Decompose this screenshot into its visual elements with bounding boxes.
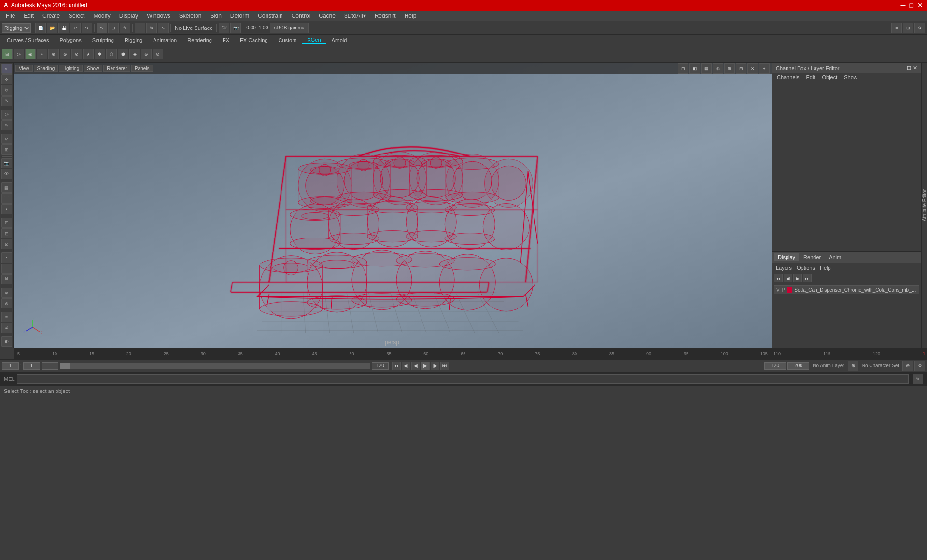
shelf-icon-3[interactable]: ◉ (25, 49, 36, 59)
minimize-button[interactable]: ─ (901, 1, 906, 9)
char-set-btn[interactable]: ⊕ (902, 361, 913, 371)
misc-tool-3[interactable]: ≡ (1, 312, 12, 322)
vp-icon-4[interactable]: ◎ (713, 63, 723, 74)
renderer-menu[interactable]: Renderer (103, 65, 130, 72)
command-input[interactable] (17, 374, 909, 384)
scale-tool-button[interactable]: ⤡ (158, 23, 169, 33)
show-menu[interactable]: Show (84, 65, 102, 72)
shelf-tab-animation[interactable]: Animation (148, 36, 182, 44)
vp-icon-1[interactable]: ⊡ (678, 63, 688, 74)
shelf-tab-curves[interactable]: Curves / Surfaces (2, 36, 54, 44)
rig-tool-1[interactable]: ⋮ (1, 252, 12, 263)
title-bar-controls[interactable]: ─ □ ✕ (901, 1, 923, 9)
menu-skeleton[interactable]: Skeleton (175, 12, 206, 20)
lighting-menu[interactable]: Lighting (59, 65, 83, 72)
redo-button[interactable]: ↪ (82, 23, 92, 33)
menu-edit[interactable]: Edit (20, 12, 38, 20)
shelf-icon-13[interactable]: ⊛ (141, 49, 152, 59)
shelf-icon-2[interactable]: ◎ (14, 49, 24, 59)
channels-menu[interactable]: Channels (774, 73, 802, 81)
display-tool-1[interactable]: ◐ (1, 336, 12, 347)
play-forward-button[interactable]: ▶ (421, 362, 430, 370)
camera-button[interactable]: 📷 (230, 23, 241, 33)
camera-tool[interactable]: 📷 (1, 158, 12, 168)
shelf-tab-xgen[interactable]: XGen (302, 36, 325, 44)
channel-box-toggle[interactable]: ≡ (891, 23, 902, 33)
panels-menu[interactable]: Panels (131, 65, 153, 72)
menu-constrain[interactable]: Constrain (254, 12, 286, 20)
maximize-button[interactable]: □ (910, 1, 913, 9)
layer-item-1[interactable]: V P Soda_Can_Dispenser_Chrome_with_Cola_… (774, 285, 919, 294)
workspace-selector[interactable]: Rigging (2, 23, 31, 33)
layer-nav-1[interactable]: ⏮ (774, 274, 783, 282)
attr-editor-side[interactable]: Attribute Editor (921, 63, 927, 348)
gamma-selector[interactable]: sRGB gamma (270, 23, 309, 33)
select-tool[interactable]: ↖ (1, 64, 12, 74)
open-file-button[interactable]: 📂 (47, 23, 57, 33)
shelf-icon-14[interactable]: ⊜ (153, 49, 163, 59)
shelf-tab-rendering[interactable]: Rendering (183, 36, 217, 44)
menu-help[interactable]: Help (401, 12, 421, 20)
undo-button[interactable]: ↩ (70, 23, 81, 33)
move-tool-button[interactable]: ✛ (135, 23, 145, 33)
shelf-tab-arnold[interactable]: Arnold (327, 36, 352, 44)
frame-display-input[interactable] (23, 362, 40, 370)
shelf-tab-rigging[interactable]: Rigging (120, 36, 147, 44)
layers-menu[interactable]: Layers (774, 265, 794, 271)
channel-box-float[interactable]: ⊡ (907, 65, 911, 71)
shelf-icon-10[interactable]: ⬡ (106, 49, 117, 59)
display-tab[interactable]: Display (774, 253, 799, 261)
edit-menu[interactable]: Edit (803, 73, 818, 81)
anim-tab[interactable]: Anim (825, 253, 845, 261)
shelf-icon-11[interactable]: ⬢ (118, 49, 128, 59)
go-end-button[interactable]: ⏭ (440, 362, 449, 370)
vp-icon-8[interactable]: + (759, 63, 770, 74)
menu-modify[interactable]: Modify (89, 12, 114, 20)
range-start[interactable] (42, 362, 58, 370)
current-frame-input[interactable] (2, 362, 19, 370)
shelf-tab-fx[interactable]: FX (218, 36, 234, 44)
help-menu[interactable]: Help (818, 265, 833, 271)
menu-redshift[interactable]: Redshift (371, 12, 400, 20)
shelf-icon-8[interactable]: ★ (83, 49, 94, 59)
attr-editor-label[interactable]: Attribute Editor (922, 189, 927, 221)
menu-3dtall[interactable]: 3DtoAll▾ (340, 12, 370, 20)
menu-display[interactable]: Display (115, 12, 142, 20)
shelf-icon-1[interactable]: ⊞ (2, 49, 13, 59)
viewport[interactable]: View Shading Lighting Show Renderer Pane… (14, 63, 772, 348)
select-tool-button[interactable]: ↖ (97, 23, 107, 33)
rig-tool-2[interactable]: ⋯ (1, 264, 12, 274)
rig-tool-3[interactable]: ⌘ (1, 274, 12, 284)
menu-create[interactable]: Create (39, 12, 64, 20)
view-tool[interactable]: 👁 (1, 169, 12, 179)
shelf-icon-12[interactable]: ◈ (129, 49, 140, 59)
shelf-icon-7[interactable]: ⊘ (71, 49, 82, 59)
menu-control[interactable]: Control (288, 12, 314, 20)
snap-point-tool[interactable]: • (1, 204, 12, 214)
move-tool[interactable]: ✛ (1, 74, 12, 84)
misc-tool-1[interactable]: ⊕ (1, 288, 12, 298)
layer-nav-4[interactable]: ⏭ (803, 274, 812, 282)
lasso-tool-button[interactable]: ⊡ (108, 23, 119, 33)
lattice-tool[interactable]: ⊞ (1, 144, 12, 154)
attr-tool-3[interactable]: ⊠ (1, 239, 12, 249)
paint-tool[interactable]: ✎ (1, 120, 12, 130)
scale-tool[interactable]: ⤡ (1, 96, 12, 106)
shelf-icon-6[interactable]: ⊗ (60, 49, 70, 59)
go-start-button[interactable]: ⏮ (392, 362, 401, 370)
menu-file[interactable]: File (2, 12, 19, 20)
rotate-tool-button[interactable]: ↻ (146, 23, 157, 33)
shading-menu[interactable]: Shading (34, 65, 58, 72)
render-button[interactable]: 🎬 (219, 23, 229, 33)
layer-nav-3[interactable]: ▶ (793, 274, 802, 282)
menu-windows[interactable]: Windows (143, 12, 174, 20)
sculpt-tool[interactable]: ⊙ (1, 134, 12, 144)
menu-deform[interactable]: Deform (226, 12, 253, 20)
shelf-icon-9[interactable]: ✱ (95, 49, 105, 59)
range-end[interactable] (372, 362, 389, 370)
save-file-button[interactable]: 💾 (58, 23, 69, 33)
step-back-button[interactable]: ◀| (402, 362, 410, 370)
attr-tool-2[interactable]: ⊟ (1, 228, 12, 238)
shelf-icon-5[interactable]: ⊕ (48, 49, 59, 59)
shelf-tab-fx-caching[interactable]: FX Caching (235, 36, 272, 44)
